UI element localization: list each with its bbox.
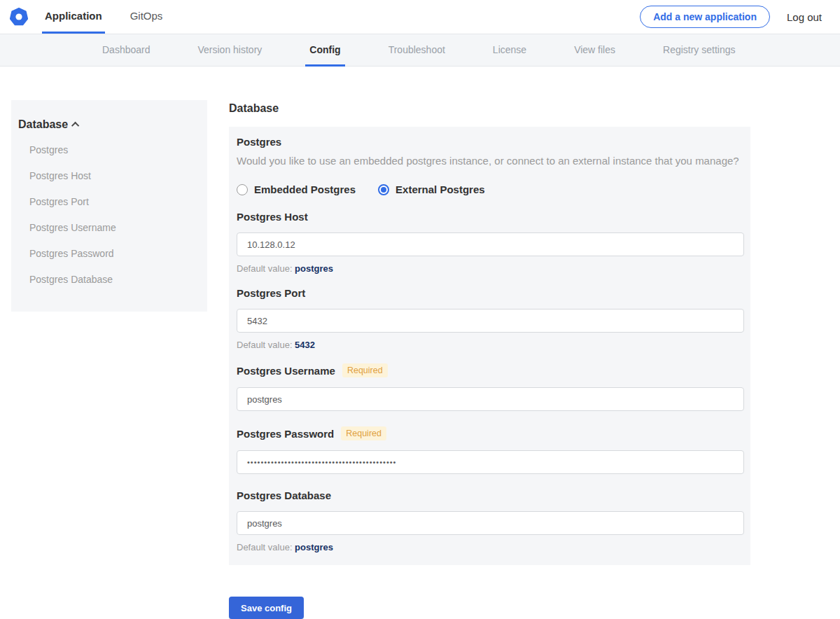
sidebar-item-postgres[interactable]: Postgres [18, 137, 190, 162]
app-logo-heptagon-icon [10, 8, 28, 26]
top-tab-application-label: Application [45, 10, 102, 22]
postgres-host-default: Default value: postgres [237, 263, 743, 274]
group-help-text: Would you like to use an embedded postgr… [237, 155, 743, 167]
chevron-up-icon [71, 122, 79, 130]
top-nav: Application GitOps Add a new application… [0, 0, 840, 34]
app-sub-nav: Dashboard Version history Config Trouble… [0, 34, 840, 67]
top-tab-bar: Application GitOps [42, 0, 188, 34]
postgres-mode-radio-group: Embedded Postgres External Postgres [237, 183, 743, 195]
tab-troubleshoot-label: Troubleshoot [388, 44, 445, 55]
tab-troubleshoot[interactable]: Troubleshoot [384, 34, 449, 67]
default-label: Default value: [237, 542, 295, 552]
tab-config-label: Config [309, 44, 340, 55]
radio-embedded-postgres-label: Embedded Postgres [254, 183, 356, 195]
tab-config[interactable]: Config [305, 34, 344, 67]
top-nav-right: Add a new application Log out [640, 0, 840, 34]
radio-selected-icon [378, 184, 389, 195]
field-postgres-host: Postgres Host Default value: postgres [237, 211, 743, 274]
config-main: Database Postgres Would you like to use … [229, 100, 750, 619]
save-config-button[interactable]: Save config [229, 597, 304, 619]
tab-version-history-label: Version history [198, 44, 262, 55]
postgres-database-label: Postgres Database [237, 489, 331, 501]
add-application-button[interactable]: Add a new application [640, 6, 770, 28]
logout-link[interactable]: Log out [787, 11, 822, 23]
radio-external-postgres[interactable]: External Postgres [378, 183, 485, 195]
required-badge: Required [341, 426, 386, 440]
sidebar-item-postgres-port[interactable]: Postgres Port [18, 188, 190, 214]
postgres-port-label: Postgres Port [237, 287, 305, 299]
postgres-password-input[interactable] [237, 450, 744, 474]
postgres-database-input[interactable] [237, 511, 744, 535]
required-badge: Required [342, 363, 388, 377]
tab-view-files[interactable]: View files [570, 34, 620, 67]
default-label: Default value: [237, 340, 295, 350]
tab-view-files-label: View files [574, 44, 615, 55]
postgres-username-input[interactable] [237, 387, 744, 411]
postgres-database-default: Default value: postgres [237, 542, 743, 552]
tab-license-label: License [493, 44, 526, 55]
top-tab-gitops[interactable]: GitOps [127, 0, 166, 34]
tab-registry-settings-label: Registry settings [663, 44, 735, 55]
radio-embedded-postgres[interactable]: Embedded Postgres [237, 183, 356, 195]
field-postgres-password: Postgres Password Required [237, 426, 743, 474]
sidebar-group-database[interactable]: Database [18, 118, 190, 131]
app-logo[interactable] [8, 0, 42, 34]
sidebar-item-postgres-username[interactable]: Postgres Username [18, 214, 190, 240]
group-label-postgres: Postgres [237, 136, 743, 148]
sidebar-item-postgres-host[interactable]: Postgres Host [18, 162, 190, 188]
radio-unselected-icon [237, 184, 248, 195]
postgres-password-label: Postgres Password [237, 428, 334, 440]
tab-license[interactable]: License [489, 34, 531, 67]
sidebar-group-database-label: Database [18, 118, 68, 131]
top-tab-application[interactable]: Application [42, 0, 105, 34]
default-value: 5432 [295, 340, 315, 350]
default-label: Default value: [237, 263, 295, 274]
tab-registry-settings[interactable]: Registry settings [659, 34, 739, 67]
radio-external-postgres-label: External Postgres [396, 183, 485, 195]
default-value: postgres [295, 542, 333, 552]
field-postgres-username: Postgres Username Required [237, 363, 743, 411]
top-tab-gitops-label: GitOps [130, 10, 163, 22]
sidebar-item-postgres-database[interactable]: Postgres Database [18, 266, 190, 292]
postgres-host-label: Postgres Host [237, 211, 308, 223]
postgres-host-input[interactable] [237, 232, 744, 256]
postgres-port-default: Default value: 5432 [237, 340, 743, 350]
config-sidebar: Database Postgres Postgres Host Postgres… [11, 100, 207, 312]
field-postgres-port: Postgres Port Default value: 5432 [237, 287, 743, 350]
tab-version-history[interactable]: Version history [194, 34, 267, 67]
config-page: Database Postgres Postgres Host Postgres… [0, 100, 840, 619]
tab-dashboard[interactable]: Dashboard [98, 34, 155, 67]
database-config-card: Postgres Would you like to use an embedd… [229, 127, 750, 565]
postgres-port-input[interactable] [237, 309, 744, 333]
field-postgres-database: Postgres Database Default value: postgre… [237, 489, 743, 552]
sidebar-item-postgres-password[interactable]: Postgres Password [18, 240, 190, 266]
tab-dashboard-label: Dashboard [102, 44, 150, 55]
default-value: postgres [295, 263, 333, 274]
postgres-username-label: Postgres Username [237, 365, 335, 377]
page-title: Database [229, 102, 750, 115]
